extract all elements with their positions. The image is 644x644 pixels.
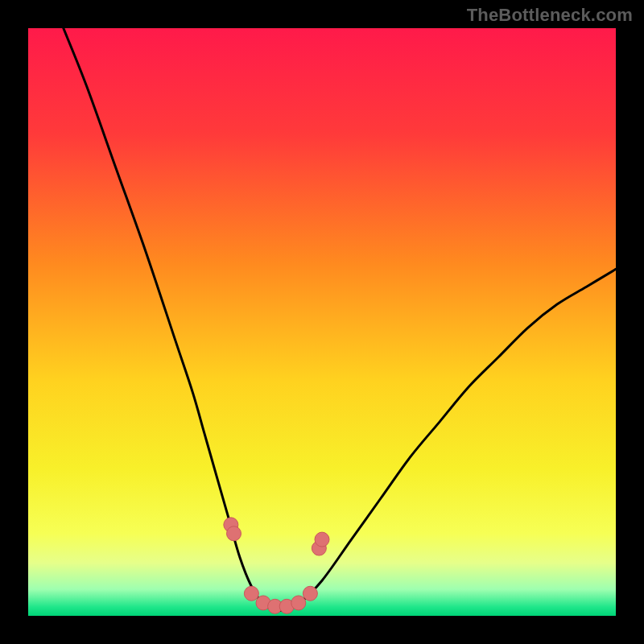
- watermark-text: TheBottleneck.com: [467, 5, 633, 26]
- marker-dot: [303, 586, 317, 601]
- plot-area: [28, 28, 616, 616]
- marker-dot: [244, 586, 258, 601]
- highlight-markers: [224, 518, 329, 613]
- bottleneck-curve: [64, 28, 616, 611]
- curve-layer: [28, 28, 616, 616]
- marker-dot: [315, 532, 329, 547]
- marker-dot: [227, 526, 242, 541]
- marker-dot: [291, 596, 306, 610]
- chart-frame: TheBottleneck.com: [0, 0, 644, 644]
